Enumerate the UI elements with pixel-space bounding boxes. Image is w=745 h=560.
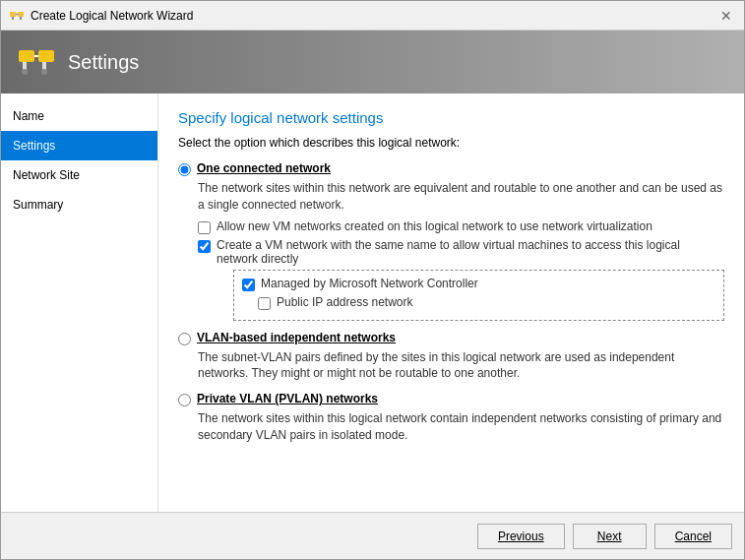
header-banner: Settings <box>1 31 744 93</box>
svg-point-11 <box>41 69 47 75</box>
sidebar-item-settings[interactable]: Settings <box>1 131 157 160</box>
checkbox-create-vm-network[interactable] <box>198 240 211 253</box>
next-button[interactable]: Next <box>573 524 647 549</box>
sidebar-item-network-site[interactable]: Network Site <box>1 160 157 190</box>
main-description: Select the option which describes this l… <box>178 136 724 150</box>
option-label-pvlan: Private VLAN (PVLAN) networks <box>197 392 378 405</box>
radio-option-vlan[interactable]: VLAN-based independent networks <box>178 331 724 345</box>
option-group-one-connected: One connected network The network sites … <box>178 161 724 321</box>
radio-one-connected[interactable] <box>178 163 191 176</box>
sidebar-item-name[interactable]: Name <box>1 101 157 131</box>
footer: Previous Next Cancel <box>1 512 744 559</box>
checkbox-group-1: Allow new VM networks created on this lo… <box>198 219 724 321</box>
wizard-window: Create Logical Network Wizard ✕ Settings… <box>0 0 745 560</box>
checkbox-managed-by-ms[interactable] <box>242 279 255 291</box>
previous-button[interactable]: Previous <box>477 524 565 549</box>
checkbox-public-ip[interactable] <box>258 297 271 310</box>
svg-rect-3 <box>12 17 14 20</box>
radio-option-one-connected[interactable]: One connected network <box>178 161 724 176</box>
svg-point-10 <box>22 69 28 75</box>
content-area: Name Settings Network Site Summary Speci… <box>1 93 744 512</box>
header-icon <box>17 42 56 82</box>
checkbox-item-allow-new-vm: Allow new VM networks created on this lo… <box>198 219 724 234</box>
header-title: Settings <box>68 51 139 74</box>
svg-rect-6 <box>38 50 54 62</box>
radio-pvlan[interactable] <box>178 394 191 406</box>
checkbox-item-public-ip: Public IP address network <box>242 295 715 310</box>
nested-checkbox-group: Managed by Microsoft Network Controller … <box>233 270 724 321</box>
checkbox-label-create-vm-network: Create a VM network with the same name t… <box>217 238 724 266</box>
title-bar: Create Logical Network Wizard ✕ <box>1 1 744 31</box>
svg-rect-5 <box>19 50 34 62</box>
checkbox-label-managed-by-ms: Managed by Microsoft Network Controller <box>261 277 478 290</box>
wizard-icon <box>9 8 25 24</box>
main-title: Specify logical network settings <box>178 109 724 126</box>
option-description-one-connected: The network sites within this network ar… <box>198 180 724 214</box>
option-description-pvlan: The network sites within this logical ne… <box>198 410 724 444</box>
checkbox-allow-new-vm[interactable] <box>198 221 211 234</box>
checkbox-label-allow-new-vm: Allow new VM networks created on this lo… <box>217 219 652 233</box>
sidebar-item-summary[interactable]: Summary <box>1 190 157 219</box>
main-content: Specify logical network settings Select … <box>158 93 744 512</box>
svg-rect-8 <box>23 62 27 70</box>
option-group-vlan: VLAN-based independent networks The subn… <box>178 331 724 383</box>
title-bar-text: Create Logical Network Wizard <box>31 9 193 23</box>
radio-option-pvlan[interactable]: Private VLAN (PVLAN) networks <box>178 392 724 406</box>
radio-vlan[interactable] <box>178 333 191 345</box>
checkbox-item-create-vm-network: Create a VM network with the same name t… <box>198 238 724 266</box>
cancel-button[interactable]: Cancel <box>654 524 732 549</box>
svg-rect-9 <box>42 62 46 70</box>
checkbox-label-public-ip: Public IP address network <box>277 295 413 309</box>
checkbox-item-managed-by-ms: Managed by Microsoft Network Controller <box>242 277 715 291</box>
option-label-one-connected: One connected network <box>197 161 331 175</box>
svg-rect-0 <box>10 12 16 17</box>
option-group-pvlan: Private VLAN (PVLAN) networks The networ… <box>178 392 724 444</box>
svg-rect-1 <box>18 12 24 17</box>
option-description-vlan: The subnet-VLAN pairs defined by the sit… <box>198 349 724 383</box>
sidebar: Name Settings Network Site Summary <box>1 93 158 512</box>
close-button[interactable]: ✕ <box>716 6 736 26</box>
option-label-vlan: VLAN-based independent networks <box>197 331 396 344</box>
svg-rect-4 <box>20 17 22 20</box>
title-bar-left: Create Logical Network Wizard <box>9 8 193 24</box>
